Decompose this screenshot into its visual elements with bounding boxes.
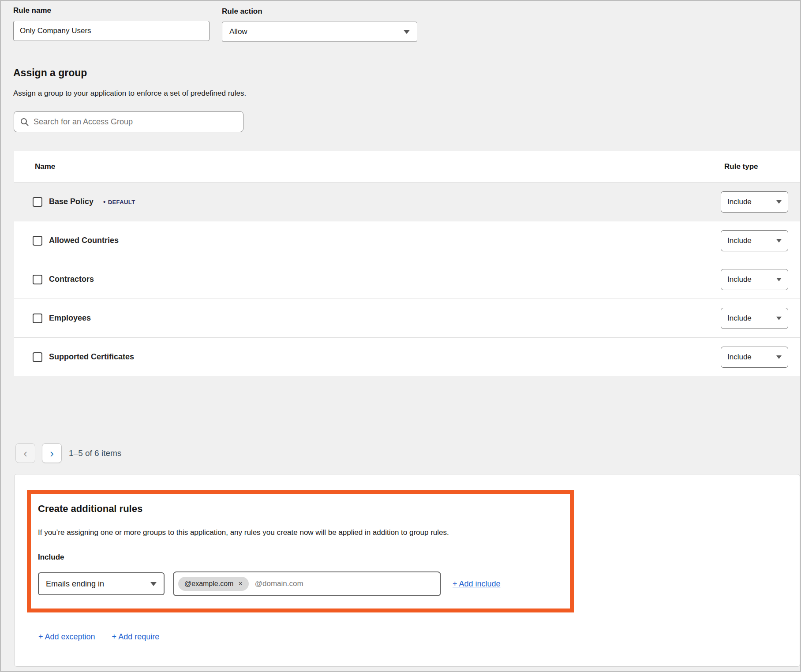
condition-select[interactable]: Emails ending in [38, 572, 165, 595]
rule-type-value: Include [727, 236, 752, 245]
chevron-down-icon [404, 30, 410, 34]
rule-action-select[interactable]: Allow [222, 22, 417, 42]
rule-type-value: Include [727, 314, 752, 323]
rule-type-select[interactable]: Include [721, 308, 788, 329]
table-row: Base Policy •DEFAULT Include [14, 182, 800, 221]
add-include-link[interactable]: + Add include [453, 579, 501, 589]
table-row: Allowed Countries Include [14, 221, 800, 260]
access-rule-page: Rule name Rule action Allow Assign a gro… [0, 0, 801, 672]
access-group-search [14, 111, 243, 132]
pagination-next-button[interactable]: › [42, 443, 62, 463]
include-label: Include [38, 553, 570, 562]
chevron-down-icon [776, 355, 782, 359]
rule-name-label: Rule name [13, 6, 210, 15]
domain-input[interactable] [255, 579, 436, 588]
row-checkbox[interactable] [33, 314, 42, 323]
rule-type-select[interactable]: Include [721, 269, 788, 290]
rule-type-select[interactable]: Include [721, 191, 788, 213]
row-checkbox[interactable] [33, 275, 42, 284]
rule-name-input[interactable] [13, 21, 210, 41]
add-exception-link[interactable]: + Add exception [38, 632, 95, 642]
rule-action-field: Rule action Allow [222, 7, 417, 42]
column-header-rule-type: Rule type [724, 162, 758, 171]
badge-label: DEFAULT [108, 199, 135, 205]
rule-name-field: Rule name [13, 6, 210, 41]
pagination-prev-button[interactable]: ‹ [15, 443, 35, 463]
add-require-link[interactable]: + Add require [112, 632, 160, 642]
search-input[interactable] [34, 117, 237, 127]
chevron-down-icon [776, 239, 782, 243]
chevron-left-icon: ‹ [23, 448, 27, 459]
assign-group-title: Assign a group [13, 67, 87, 79]
additional-rules-title: Create additional rules [38, 503, 570, 515]
rule-type-value: Include [727, 353, 752, 362]
search-icon [20, 118, 29, 126]
rule-type-select[interactable]: Include [721, 230, 788, 251]
create-additional-rules-section: Create additional rules If you’re assign… [27, 490, 574, 612]
table-row: Contractors Include [14, 260, 800, 299]
chevron-down-icon [776, 200, 782, 204]
pagination-label: 1–5 of 6 items [69, 448, 121, 458]
rule-type-value: Include [727, 275, 752, 284]
email-chip: @example.com × [178, 577, 249, 591]
email-chip-label: @example.com [184, 580, 233, 588]
row-checkbox[interactable] [33, 197, 42, 207]
condition-value: Emails ending in [46, 579, 104, 589]
group-name: Base Policy [49, 197, 94, 206]
email-domain-input: @example.com × [173, 571, 441, 596]
column-header-name: Name [35, 162, 55, 171]
include-rule-controls: Emails ending in @example.com × + Add in… [38, 571, 570, 596]
chevron-down-icon [776, 278, 782, 281]
rule-type-select[interactable]: Include [721, 347, 788, 368]
group-name: Supported Certificates [49, 352, 134, 362]
table-row: Employees Include [14, 299, 800, 337]
access-group-table: Name Rule type Base Policy •DEFAULT Incl… [14, 151, 800, 376]
remove-chip-icon[interactable]: × [238, 580, 242, 588]
group-name: Allowed Countries [49, 236, 119, 245]
rule-action-value: Allow [229, 27, 247, 36]
assign-group-description: Assign a group to your application to en… [13, 89, 246, 98]
footer-links: + Add exception + Add require [38, 632, 159, 642]
pagination: ‹ › 1–5 of 6 items [15, 443, 121, 463]
row-checkbox[interactable] [33, 352, 42, 362]
rules-panel: Create additional rules If you’re assign… [14, 474, 800, 667]
rule-action-label: Rule action [222, 7, 417, 16]
row-checkbox[interactable] [33, 236, 42, 246]
group-name: Employees [49, 314, 91, 323]
chevron-right-icon: › [50, 448, 54, 459]
chevron-down-icon [776, 317, 782, 320]
additional-rules-description: If you’re assigning one or more groups t… [38, 528, 570, 537]
table-header: Name Rule type [14, 151, 800, 182]
chevron-down-icon [150, 582, 157, 586]
rule-type-value: Include [727, 198, 752, 206]
group-name: Contractors [49, 275, 94, 284]
badge-bullet: • [103, 198, 106, 205]
table-row: Supported Certificates Include [14, 337, 800, 376]
default-badge: •DEFAULT [103, 198, 135, 205]
